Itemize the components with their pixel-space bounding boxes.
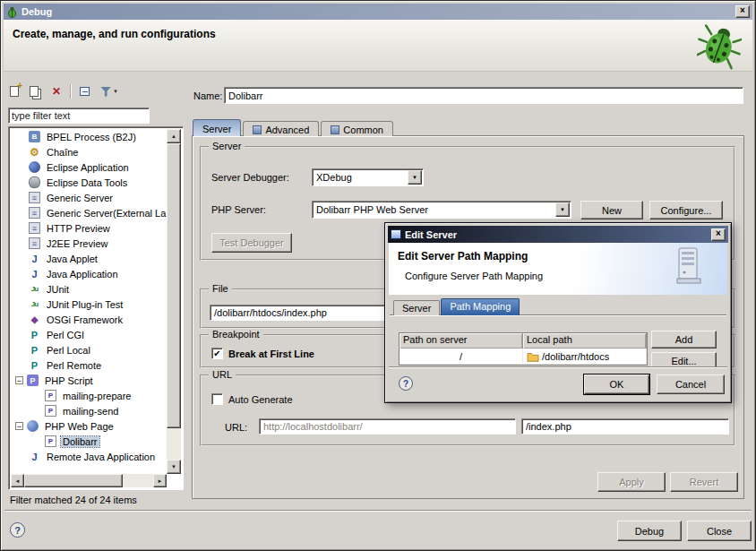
toolbar-separator — [70, 84, 71, 99]
junit-icon — [29, 283, 40, 295]
database-icon — [29, 176, 40, 188]
filter-input[interactable] — [8, 108, 150, 124]
edit-server-dialog: Edit Server Edit Server Path Mapping Con… — [384, 222, 732, 403]
table-row[interactable]: / /dolibarr/htdocs — [399, 349, 647, 365]
tree-rows: BPEL Process (B2J) Chaîne Eclipse Applic… — [11, 129, 167, 474]
name-label: Name: — [193, 90, 222, 101]
tab-advanced[interactable]: Advanced — [243, 121, 319, 136]
duplicate-icon — [30, 86, 39, 97]
tree-item-eclipse-application[interactable]: Eclipse Application — [11, 159, 167, 175]
dropdown-caret-icon: ▼ — [113, 89, 118, 94]
dropdown-arrow-icon[interactable] — [555, 202, 570, 217]
column-path-on-server[interactable]: Path on server — [399, 333, 523, 349]
bpel-icon — [29, 131, 40, 142]
tree-item-remote-java-application[interactable]: Remote Java Application — [11, 449, 167, 464]
scroll-up-arrow[interactable]: ▲ — [167, 129, 181, 143]
collapse-expander-icon[interactable] — [15, 422, 23, 430]
table-header-row: Path on server Local path — [399, 333, 647, 349]
break-at-first-line-label: Break at First Line — [228, 349, 314, 359]
dialog-close-button[interactable] — [711, 228, 726, 241]
tree-item-junit[interactable]: JUnit — [11, 281, 167, 297]
break-at-first-line-checkbox[interactable] — [211, 348, 223, 359]
file-group-title: File — [209, 283, 232, 294]
ok-button[interactable]: OK — [584, 375, 649, 394]
config-tabs: Server Advanced Common — [193, 119, 395, 136]
vertical-scrollbar-thumb[interactable] — [167, 143, 181, 428]
tree-item-java-application[interactable]: Java Application — [11, 266, 167, 281]
java-icon — [29, 253, 40, 264]
collapse-all-icon — [80, 87, 90, 96]
scroll-right-arrow[interactable]: ► — [153, 474, 167, 487]
dialog-subheading: Configure Server Path Mapping — [405, 271, 543, 281]
php-web-page-icon — [27, 420, 39, 432]
tab-common[interactable]: Common — [321, 121, 393, 136]
window-close-button[interactable] — [735, 5, 750, 18]
auto-generate-checkbox[interactable] — [211, 393, 223, 405]
cancel-button[interactable]: Cancel — [657, 375, 725, 394]
osgi-icon — [29, 314, 40, 325]
perl-icon — [29, 329, 40, 340]
php-server-label: PHP Server: — [211, 204, 266, 215]
collapse-expander-icon[interactable] — [15, 376, 23, 384]
server-icon — [29, 207, 40, 219]
new-server-button[interactable]: New — [580, 201, 643, 220]
tree-item-mailing-send[interactable]: mailing-send — [11, 403, 167, 418]
tree-item-mailing-prepare[interactable]: mailing-prepare — [11, 388, 167, 403]
tree-item-perl-remote[interactable]: Perl Remote — [11, 357, 167, 373]
url-base-input — [259, 418, 516, 435]
tree-item-j2ee-preview[interactable]: J2EE Preview — [11, 236, 167, 251]
footer-separator — [4, 510, 752, 512]
dialog-titlebar[interactable]: Edit Server — [388, 226, 728, 243]
scroll-left-arrow[interactable]: ◄ — [11, 474, 24, 487]
tree-vertical-scrollbar[interactable]: ▲ ▼ — [167, 129, 181, 474]
banner: Create, manage, and run configurations — [4, 20, 752, 72]
add-mapping-button[interactable]: Add — [651, 331, 717, 349]
tree-item-dolibarr[interactable]: Dolibarr — [11, 434, 167, 449]
php-script-icon — [27, 375, 39, 386]
php-server-select[interactable]: Dolibarr PHP Web Server — [312, 201, 571, 219]
close-button[interactable]: Close — [687, 521, 752, 541]
tree-horizontal-scrollbar[interactable]: ◄ ► — [11, 474, 167, 487]
dialog-button-bar: ? OK Cancel — [389, 366, 727, 399]
horizontal-scrollbar-thumb[interactable] — [24, 474, 123, 487]
tree-item-junit-plugin-test[interactable]: JUnit Plug-in Test — [11, 297, 167, 312]
dropdown-arrow-icon[interactable] — [408, 170, 422, 185]
tree-item-java-applet[interactable]: Java Applet — [11, 251, 167, 266]
debug-button[interactable]: Debug — [617, 521, 682, 541]
tree-item-php-script[interactable]: PHP Script — [11, 373, 167, 388]
server-debugger-select[interactable]: XDebug — [312, 168, 424, 186]
help-button[interactable]: ? — [10, 522, 25, 538]
config-toolbar: ▼ — [8, 81, 184, 102]
configure-server-button[interactable]: Configure... — [649, 201, 723, 220]
tree-item-osgi-framework[interactable]: OSGi Framework — [11, 312, 167, 327]
delete-configuration-button[interactable] — [50, 83, 63, 99]
tree-item-generic-server[interactable]: Generic Server — [11, 190, 167, 205]
duplicate-configuration-button[interactable] — [28, 84, 43, 99]
dialog-help-button[interactable]: ? — [399, 376, 413, 391]
collapse-all-button[interactable] — [78, 85, 91, 98]
filter-button[interactable]: ▼ — [99, 85, 120, 99]
test-debugger-button: Test Debugger — [211, 233, 292, 253]
perl-icon — [29, 359, 40, 371]
url-group-title: URL — [209, 369, 236, 380]
path-mapping-table: Path on server Local path / /dolibarr/ht… — [399, 332, 648, 366]
tree-item-perl-cgi[interactable]: Perl CGI — [11, 327, 167, 342]
window-titlebar[interactable]: Debug — [4, 4, 752, 20]
scroll-down-arrow[interactable]: ▼ — [167, 460, 181, 474]
tree-item-eclipse-data-tools[interactable]: Eclipse Data Tools — [11, 175, 167, 190]
dialog-tab-server[interactable]: Server — [393, 300, 440, 315]
tree-item-perl-local[interactable]: Perl Local — [11, 342, 167, 357]
dialog-tab-path-mapping[interactable]: Path Mapping — [441, 298, 520, 315]
url-path-input[interactable] — [521, 418, 729, 435]
tree-item-bpel-process[interactable]: BPEL Process (B2J) — [11, 129, 167, 144]
new-configuration-button[interactable] — [8, 84, 21, 99]
java-icon — [29, 451, 40, 462]
name-input[interactable] — [224, 87, 743, 104]
tab-server[interactable]: Server — [193, 119, 241, 136]
tree-item-php-web-page[interactable]: PHP Web Page — [11, 418, 167, 434]
tree-item-chaine[interactable]: Chaîne — [11, 144, 167, 159]
column-local-path[interactable]: Local path — [523, 333, 647, 349]
tree-item-generic-server-external[interactable]: Generic Server(External La — [11, 205, 167, 220]
dialog-tabs: Server Path Mapping — [393, 298, 520, 315]
tree-item-http-preview[interactable]: HTTP Preview — [11, 220, 167, 236]
